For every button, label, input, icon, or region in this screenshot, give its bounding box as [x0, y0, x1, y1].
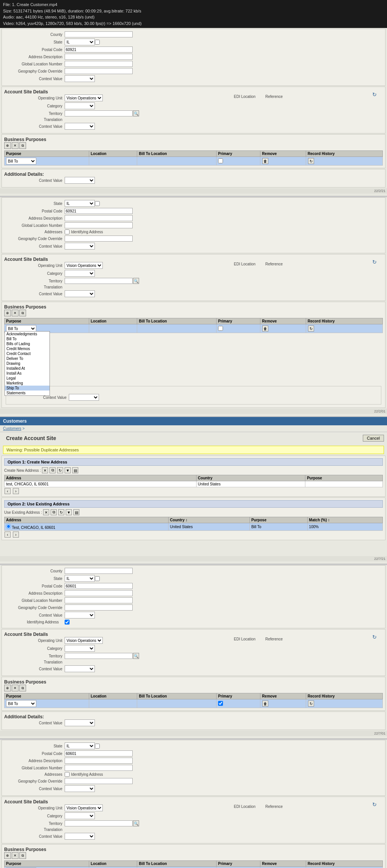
addr-desc-input[interactable] [65, 54, 133, 60]
addr-desc-input-5[interactable] [65, 758, 133, 764]
territory-input-5[interactable] [65, 820, 133, 826]
primary-check-2[interactable] [218, 326, 223, 331]
global-loc-input[interactable] [65, 61, 133, 67]
refresh-icon-4[interactable]: ↻ [372, 634, 377, 640]
dropdown-item-marketing[interactable]: Marketing [5, 381, 50, 386]
context-select-5[interactable] [65, 290, 95, 297]
dropdown-item-legal[interactable]: Legal [5, 376, 50, 381]
category-select-1[interactable] [65, 102, 95, 109]
context-select-7[interactable] [65, 612, 95, 618]
opt1-menu-btn[interactable]: ▤ [72, 467, 78, 473]
geo-code-input-5[interactable] [65, 778, 133, 784]
context-select-8[interactable] [65, 665, 95, 672]
history-btn-2[interactable]: ↻ [308, 326, 314, 332]
delete-btn-2[interactable]: ✕ [12, 310, 19, 316]
territory-input-1[interactable] [65, 110, 133, 116]
dropdown-item-install-as[interactable]: Install As [5, 371, 50, 376]
state-check-5[interactable] [95, 744, 100, 749]
county-input-4[interactable] [65, 568, 133, 574]
delete-btn-4[interactable]: ✕ [12, 685, 19, 691]
territory-search-btn-1[interactable]: 🔍 [133, 110, 139, 116]
context-select-10[interactable] [65, 785, 95, 792]
delete-btn-1[interactable]: ✕ [12, 142, 19, 149]
history-btn-4[interactable]: ↻ [308, 701, 314, 707]
context-select-9[interactable] [65, 719, 95, 726]
opt1-add-btn[interactable]: ✕ [42, 467, 48, 473]
opt2-copy-btn[interactable]: ⧉ [51, 509, 57, 515]
context-select-3[interactable] [65, 177, 95, 184]
opt2-nav-btn[interactable]: ▼ [66, 509, 72, 515]
county-input[interactable] [65, 31, 133, 37]
remove-btn-1[interactable]: 🗑 [262, 158, 268, 164]
dropdown-item-drawing[interactable]: Drawing [5, 361, 50, 366]
opt1-refresh-btn[interactable]: ↻ [57, 467, 63, 473]
opt2-refresh-btn[interactable]: ↻ [58, 509, 64, 515]
opt1-copy-btn[interactable]: ⧉ [50, 467, 56, 473]
cancel-button[interactable]: Cancel [363, 435, 384, 442]
dropdown-item-credit-memos[interactable]: Credit Memos [5, 346, 50, 351]
postal-input-2[interactable] [65, 208, 133, 214]
category-select-5[interactable] [65, 812, 95, 819]
copy-btn-1[interactable]: ⧉ [19, 142, 26, 149]
state-select-2[interactable]: IL [65, 200, 95, 207]
purpose-select-4[interactable]: Bill To [6, 700, 36, 707]
remove-btn-4[interactable]: 🗑 [262, 701, 268, 707]
territory-input-2[interactable] [65, 278, 133, 284]
refresh-icon-5[interactable]: ↻ [372, 801, 377, 808]
refresh-icon-1[interactable]: ↻ [372, 91, 377, 98]
purpose-cell-1[interactable]: Bill To [5, 157, 89, 166]
dropdown-item-billto[interactable]: Bill To [5, 336, 50, 341]
territory-search-btn-2[interactable]: 🔍 [133, 278, 139, 284]
op-unit-select-2[interactable]: Vision Operations [65, 262, 103, 269]
dropdown-item-deliver[interactable]: Deliver To [5, 356, 50, 361]
purpose-select-1[interactable]: Bill To [6, 158, 36, 164]
territory-search-btn-5[interactable]: 🔍 [133, 820, 139, 826]
geo-code-input-4[interactable] [65, 604, 133, 611]
state-check-4[interactable] [95, 576, 100, 581]
op-unit-select-1[interactable]: Vision Operations [65, 95, 103, 101]
opt2-add-btn[interactable]: ✕ [43, 509, 49, 515]
purpose-cell-2[interactable]: Bill To Acknowledgments Bill To Bills of… [5, 324, 89, 333]
state-select-5[interactable]: IL [65, 742, 95, 749]
addr-desc-input-2[interactable] [65, 215, 133, 221]
dropdown-item-statements[interactable]: Statements [5, 391, 50, 395]
category-select-2[interactable] [65, 270, 95, 277]
add-btn-2[interactable]: ⊕ [4, 310, 11, 316]
opt1-next-btn[interactable]: › [13, 488, 19, 494]
opt1-prev-btn[interactable]: ‹ [5, 488, 11, 494]
opt2-radio[interactable] [6, 524, 11, 529]
context-select-4[interactable] [65, 243, 95, 250]
copy-btn-4[interactable]: ⧉ [19, 685, 26, 691]
context-select-2[interactable] [65, 123, 95, 130]
state-select[interactable]: IL [65, 39, 95, 45]
context-select-6[interactable] [69, 394, 99, 401]
identifying-check-2[interactable] [65, 229, 70, 234]
copy-btn-5[interactable]: ⧉ [19, 852, 26, 859]
op-unit-select-5[interactable]: Vision Operations [65, 804, 103, 811]
global-loc-input-2[interactable] [65, 222, 133, 228]
dropdown-item-ack[interactable]: Acknowledgments [5, 332, 50, 336]
add-btn-4[interactable]: ⊕ [4, 685, 11, 691]
dropdown-item-bol[interactable]: Bills of Lading [5, 341, 50, 346]
state-check-2[interactable] [95, 201, 100, 206]
global-loc-input-5[interactable] [65, 765, 133, 771]
primary-check-4[interactable] [218, 701, 223, 706]
purpose-dropdown-2[interactable]: Acknowledgments Bill To Bills of Lading … [5, 331, 50, 396]
territory-input-4[interactable] [65, 653, 133, 659]
postal-input-4[interactable] [65, 583, 133, 589]
add-btn-5[interactable]: ⊕ [4, 852, 11, 859]
addr-desc-input-4[interactable] [65, 590, 133, 596]
context-select-11[interactable] [65, 833, 95, 840]
refresh-icon-2[interactable]: ↻ [372, 259, 377, 265]
state-select-4[interactable]: IL [65, 575, 95, 582]
opt2-menu-btn[interactable]: ▤ [73, 509, 79, 515]
op-unit-select-4[interactable]: Vision Operations [65, 637, 103, 644]
purpose-cell-5[interactable]: Bill To Acknowledgments Bill To Bills of… [5, 867, 89, 868]
copy-btn-2[interactable]: ⧉ [19, 310, 26, 316]
context-select-1[interactable] [65, 75, 95, 82]
geo-code-input[interactable] [65, 68, 133, 74]
global-loc-input-4[interactable] [65, 597, 133, 603]
opt2-prev-btn[interactable]: ‹ [5, 532, 11, 538]
postal-input-5[interactable] [65, 750, 133, 756]
dropdown-item-credit-contact[interactable]: Credit Contact [5, 351, 50, 356]
